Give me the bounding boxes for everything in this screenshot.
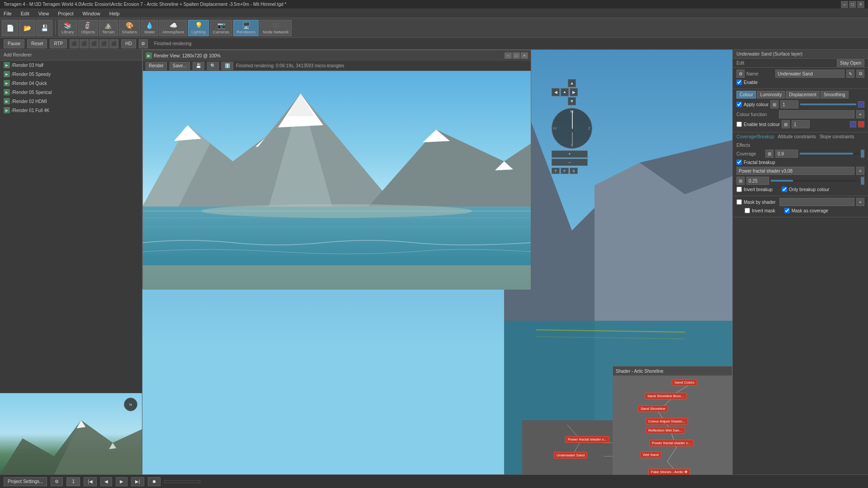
fractal-val-input[interactable] — [746, 177, 769, 185]
mask-as-coverage-checkbox[interactable] — [784, 208, 790, 213]
tab-smoothing[interactable]: Smoothing — [821, 91, 849, 99]
tab-slope[interactable]: Slope constraints — [820, 134, 854, 139]
rw-minimize[interactable]: – — [505, 52, 512, 59]
name-settings-button[interactable]: ⚙ — [736, 70, 745, 78]
zoom-plus-button[interactable]: + — [552, 150, 588, 158]
coverage-slider[interactable] — [800, 153, 859, 155]
colour-function-input[interactable] — [779, 110, 854, 118]
frame-prev-button[interactable]: ◀ — [100, 477, 112, 486]
node-sand-shoreline-brun[interactable]: Sand Shoreline Brun... — [645, 393, 687, 399]
apply-colour-val[interactable] — [780, 100, 798, 108]
maximize-button[interactable]: □ — [849, 1, 856, 8]
renderer-item-0[interactable]: ▶ /Render 03 Half — [0, 61, 142, 70]
name-copy-button[interactable]: ⧉ — [856, 70, 864, 78]
tab-displacement[interactable]: Displacement — [786, 91, 820, 99]
test-colour-swatch-1[interactable] — [850, 121, 856, 127]
close-button[interactable]: × — [857, 1, 864, 8]
nav-up-button[interactable]: ▲ — [568, 79, 576, 87]
node-sand-colors[interactable]: Sand Colors — [672, 379, 697, 386]
toolbar-nodenetwork-button[interactable]: 🕸️ Node Network — [259, 20, 292, 36]
nav-center-button[interactable]: ● — [561, 88, 569, 96]
test-colour-swatch-2[interactable] — [858, 121, 864, 127]
node-power-fractal-lower[interactable]: Power fractal shader v... — [565, 436, 609, 443]
nav-down-button[interactable]: ▼ — [568, 97, 576, 105]
toolbar-terrain-button[interactable]: ⛰️ Terrain — [99, 20, 118, 36]
view-side-button[interactable]: S — [570, 168, 578, 174]
apply-colour-icon[interactable]: ⊞ — [770, 100, 778, 108]
render-icon-2[interactable]: ⬛ — [80, 39, 89, 48]
render-disk-button[interactable]: 💾 — [193, 62, 204, 70]
frame-record-button[interactable]: ⏺ — [148, 477, 160, 486]
menu-view[interactable]: View — [37, 11, 51, 16]
name-edit-button[interactable]: ✎ — [846, 70, 854, 78]
fractal-shader-input[interactable] — [736, 167, 854, 175]
test-colour-icon[interactable]: ⊞ — [782, 120, 790, 128]
mask-by-shader-checkbox[interactable] — [736, 199, 742, 205]
toolbar-cameras-button[interactable]: 📷 Cameras — [210, 20, 233, 36]
renderer-item-5[interactable]: ▶ /Render 01 Full 4K — [0, 106, 142, 115]
enable-checkbox[interactable] — [736, 80, 742, 85]
render-icon-3[interactable]: ⬛ — [90, 39, 99, 48]
timeline-bar[interactable] — [164, 480, 200, 483]
hd-button[interactable]: HD — [121, 39, 136, 48]
toolbar-atmosphere-button[interactable]: ☁️ Atmosphere — [159, 20, 188, 36]
rtp-button[interactable]: RTP — [50, 39, 67, 48]
pause-button[interactable]: Pause — [4, 39, 24, 48]
render-icon-5[interactable]: ⬛ — [109, 39, 118, 48]
fractal-breakup-checkbox[interactable] — [736, 160, 742, 165]
toolbar-library-button[interactable]: 📚 Library — [58, 20, 77, 36]
render-icon-4[interactable]: ⬛ — [99, 39, 108, 48]
view-front-button[interactable]: F — [561, 168, 569, 174]
mask-shader-add[interactable]: + — [856, 198, 864, 206]
reset-button[interactable]: Reset — [27, 39, 47, 48]
colour-function-add[interactable]: + — [856, 110, 864, 118]
toolbar-objects-button[interactable]: 🗿 Objects — [78, 20, 99, 36]
menu-edit[interactable]: Edit — [19, 11, 31, 16]
tab-luminosity[interactable]: Luminosity — [757, 91, 785, 99]
test-colour-val[interactable] — [792, 120, 810, 128]
toolbar-save-button[interactable]: 💾 — [36, 20, 52, 36]
node-power-fractal-1[interactable]: Power fractal shader v... — [649, 440, 693, 446]
stay-open-button[interactable]: Stay Open — [837, 59, 864, 67]
frame-play-button[interactable]: ▶ — [116, 477, 127, 486]
minimize-button[interactable]: – — [841, 1, 848, 8]
invert-breakup-checkbox[interactable] — [736, 187, 742, 192]
node-reflection-wet[interactable]: Reflection Wet San... — [646, 427, 685, 434]
rw-close[interactable]: × — [521, 52, 528, 59]
node-graph-canvas[interactable]: Sand Colors Sand Shoreline Brun... Sand … — [613, 375, 732, 475]
mask-shader-input[interactable] — [779, 198, 854, 206]
rw-maximize[interactable]: □ — [513, 52, 520, 59]
toolbar-water-button[interactable]: 💧 Water — [141, 20, 158, 36]
test-colour-checkbox[interactable] — [736, 122, 742, 127]
nav-right-button[interactable]: ▶ — [570, 88, 578, 96]
node-underwater-sand-lower[interactable]: Underwater Sand — [554, 452, 587, 459]
render-save-button[interactable]: Save... — [170, 62, 190, 70]
fractal-slider-handle[interactable] — [861, 177, 864, 185]
toolbar-new-button[interactable]: 📄 — [2, 20, 18, 36]
toolbar-renderers-button[interactable]: 🖥️ Renderers — [233, 20, 259, 36]
project-settings-button[interactable]: Project Settings... — [4, 477, 47, 486]
menu-help[interactable]: Help — [108, 11, 122, 16]
render-settings-icon[interactable]: ⚙ — [139, 39, 148, 48]
view-top-button[interactable]: T — [552, 168, 560, 174]
only-breakup-checkbox[interactable] — [782, 187, 787, 192]
tab-colour[interactable]: Colour — [736, 91, 756, 99]
toolbar-lighting-button[interactable]: 💡 Lighting — [188, 20, 209, 36]
node-fake-stones[interactable]: Fake Stones - Arctic ✤ — [648, 469, 690, 475]
render-zoom-button[interactable]: 🔍 — [207, 62, 219, 70]
frame-end-button[interactable]: ▶| — [131, 477, 144, 486]
renderer-item-4[interactable]: ▶ /Render 02 HDMI — [0, 97, 142, 106]
node-wet-sand[interactable]: Wet Sand — [640, 451, 661, 458]
fractal-icon[interactable]: ⊞ — [736, 177, 745, 185]
tab-coverage-breakup[interactable]: Coverage/Breakup — [736, 134, 774, 139]
toolbar-shaders-button[interactable]: 🎨 Shaders — [119, 20, 141, 36]
toolbar-open-button[interactable]: 📂 — [19, 20, 35, 36]
render-render-button[interactable]: Render — [146, 62, 167, 70]
zoom-minus-button[interactable]: – — [552, 159, 588, 166]
coverage-icon[interactable]: ⊞ — [765, 150, 774, 158]
frame-input[interactable] — [66, 477, 80, 486]
node-sand-shoreline[interactable]: Sand Shoreline — [638, 405, 668, 412]
renderer-item-3[interactable]: ▶ /Render 05 Sperical — [0, 88, 142, 97]
frame-start-button[interactable]: |◀ — [84, 477, 97, 486]
coverage-input[interactable] — [775, 150, 798, 158]
